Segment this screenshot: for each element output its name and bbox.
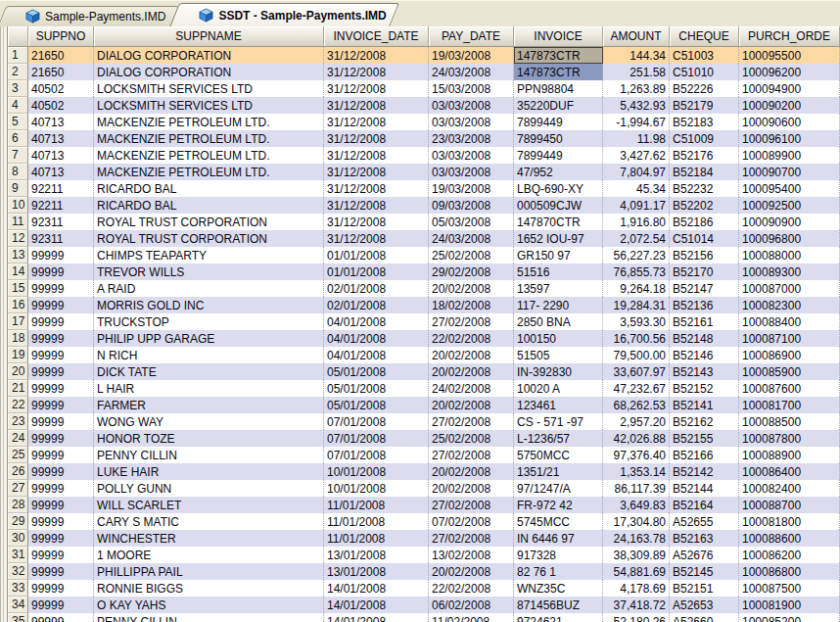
cell-cheque[interactable]: B52176: [670, 147, 739, 164]
column-header-suppname[interactable]: SUPPNAME: [94, 26, 324, 47]
cell-suppno[interactable]: 92211: [28, 180, 94, 197]
cell-suppname[interactable]: LUKE HAIR: [94, 463, 324, 480]
cell-purch-orde[interactable]: 100081900: [739, 597, 840, 613]
row-number-cell[interactable]: 3: [8, 80, 28, 97]
table-row[interactable]: 21 99999 L HAIR 05/01/2008 24/02/2008 10…: [8, 380, 840, 397]
cell-suppname[interactable]: PENNY CILLIN: [94, 447, 324, 463]
cell-invoice-date[interactable]: 01/01/2008: [324, 247, 429, 263]
cell-pay-date[interactable]: 27/02/2008: [429, 447, 514, 463]
table-row[interactable]: 8 40713 MACKENZIE PETROLEUM LTD. 31/12/2…: [8, 164, 840, 180]
cell-invoice[interactable]: 100150: [514, 330, 603, 347]
cell-amount[interactable]: 47,232.67: [603, 380, 670, 397]
cell-purch-orde[interactable]: 100090200: [739, 97, 840, 114]
cell-invoice[interactable]: FR-972 42: [514, 497, 603, 513]
cell-amount[interactable]: 2,072.54: [603, 230, 670, 247]
cell-pay-date[interactable]: 18/02/2008: [429, 297, 514, 313]
table-row[interactable]: 6 40713 MACKENZIE PETROLEUM LTD. 31/12/2…: [8, 130, 840, 147]
cell-cheque[interactable]: A52655: [670, 513, 739, 530]
cell-invoice-date[interactable]: 14/01/2008: [324, 580, 429, 597]
cell-suppno[interactable]: 92311: [28, 230, 94, 247]
cell-invoice[interactable]: 51505: [514, 347, 603, 363]
row-number-cell[interactable]: 20: [8, 363, 28, 380]
cell-invoice[interactable]: 917328: [514, 547, 603, 563]
cell-purch-orde[interactable]: 100086200: [739, 547, 840, 563]
cell-cheque[interactable]: B52161: [670, 313, 739, 330]
cell-suppno[interactable]: 40713: [28, 164, 94, 180]
cell-purch-orde[interactable]: 100090700: [739, 164, 840, 180]
row-number-cell[interactable]: 13: [8, 247, 28, 263]
cell-invoice[interactable]: L-1236/57: [514, 430, 603, 447]
cell-invoice[interactable]: PPN98804: [514, 80, 603, 97]
cell-purch-orde[interactable]: 100085200: [739, 613, 840, 622]
cell-suppname[interactable]: O KAY YAHS: [94, 597, 324, 613]
cell-invoice-date[interactable]: 31/12/2008: [324, 130, 429, 147]
cell-invoice[interactable]: 1351/21: [514, 463, 603, 480]
row-number-cell[interactable]: 12: [8, 230, 28, 247]
cell-pay-date[interactable]: 27/02/2008: [429, 497, 514, 513]
cell-suppno[interactable]: 99999: [28, 547, 94, 563]
cell-purch-orde[interactable]: 100087000: [739, 280, 840, 297]
cell-cheque[interactable]: B52147: [670, 280, 739, 297]
table-row[interactable]: 16 99999 MORRIS GOLD INC 02/01/2008 18/0…: [8, 297, 840, 313]
cell-suppno[interactable]: 99999: [28, 263, 94, 280]
cell-invoice[interactable]: 7899449: [514, 114, 603, 130]
cell-pay-date[interactable]: 23/03/2008: [429, 130, 514, 147]
cell-invoice-date[interactable]: 31/12/2008: [324, 197, 429, 214]
table-row[interactable]: 22 99999 FARMER 05/01/2008 20/02/2008 12…: [8, 397, 840, 413]
column-header-cheque[interactable]: CHEQUE: [670, 26, 739, 47]
row-number-cell[interactable]: 5: [8, 114, 28, 130]
cell-cheque[interactable]: A52660: [670, 613, 739, 622]
cell-suppno[interactable]: 99999: [28, 297, 94, 313]
row-number-cell[interactable]: 17: [8, 313, 28, 330]
column-header-suppno[interactable]: SUPPNO: [28, 26, 94, 47]
cell-amount[interactable]: 4,178.69: [603, 580, 670, 597]
row-number-cell[interactable]: 16: [8, 297, 28, 313]
table-row[interactable]: 20 99999 DICK TATE 05/01/2008 20/02/2008…: [8, 363, 840, 380]
table-row[interactable]: 27 99999 POLLY GUNN 10/01/2008 20/02/200…: [8, 480, 840, 497]
row-number-cell[interactable]: 10: [8, 197, 28, 214]
table-row[interactable]: 32 99999 PHILLIPPA PAIL 13/01/2008 20/02…: [8, 563, 840, 580]
table-row[interactable]: 35 99999 PENNY CILLIN 14/01/2008 11/02/2…: [8, 613, 840, 622]
row-number-cell[interactable]: 21: [8, 380, 28, 397]
table-row[interactable]: 31 99999 1 MOORE 13/01/2008 13/02/2008 9…: [8, 547, 840, 563]
cell-pay-date[interactable]: 03/03/2008: [429, 114, 514, 130]
cell-suppname[interactable]: 1 MOORE: [94, 547, 324, 563]
cell-amount[interactable]: 42,026.88: [603, 430, 670, 447]
cell-amount[interactable]: 68,262.53: [603, 397, 670, 413]
cell-invoice-date[interactable]: 31/12/2008: [324, 97, 429, 114]
cell-invoice-date[interactable]: 31/12/2008: [324, 147, 429, 164]
table-row[interactable]: 11 92311 ROYAL TRUST CORPORATION 31/12/2…: [8, 214, 840, 230]
cell-suppno[interactable]: 99999: [28, 513, 94, 530]
cell-invoice-date[interactable]: 31/12/2008: [324, 114, 429, 130]
table-row[interactable]: 7 40713 MACKENZIE PETROLEUM LTD. 31/12/2…: [8, 147, 840, 164]
cell-invoice[interactable]: 147870CTR: [514, 214, 603, 230]
cell-suppname[interactable]: TRUCKSTOP: [94, 313, 324, 330]
cell-purch-orde[interactable]: 100088000: [739, 247, 840, 263]
cell-suppno[interactable]: 99999: [28, 563, 94, 580]
select-all-corner[interactable]: [8, 26, 28, 47]
row-number-cell[interactable]: 2: [8, 64, 28, 80]
table-row[interactable]: 15 99999 A RAID 02/01/2008 20/02/2008 13…: [8, 280, 840, 297]
cell-suppno[interactable]: 92211: [28, 197, 94, 214]
cell-invoice[interactable]: LBQ-690-XY: [514, 180, 603, 197]
cell-pay-date[interactable]: 22/02/2008: [429, 330, 514, 347]
cell-pay-date[interactable]: 20/02/2008: [429, 480, 514, 497]
table-row[interactable]: 5 40713 MACKENZIE PETROLEUM LTD. 31/12/2…: [8, 114, 840, 130]
row-number-cell[interactable]: 27: [8, 480, 28, 497]
table-row[interactable]: 13 99999 CHIMPS TEAPARTY 01/01/2008 25/0…: [8, 247, 840, 263]
cell-invoice-date[interactable]: 04/01/2008: [324, 330, 429, 347]
cell-invoice-date[interactable]: 31/12/2008: [324, 47, 429, 64]
row-number-cell[interactable]: 8: [8, 164, 28, 180]
cell-amount[interactable]: 33,607.97: [603, 363, 670, 380]
cell-pay-date[interactable]: 20/02/2008: [429, 363, 514, 380]
cell-amount[interactable]: 16,700.56: [603, 330, 670, 347]
cell-invoice-date[interactable]: 10/01/2008: [324, 463, 429, 480]
cell-invoice-date[interactable]: 02/01/2008: [324, 280, 429, 297]
cell-purch-orde[interactable]: 100086400: [739, 463, 840, 480]
cell-suppno[interactable]: 40713: [28, 130, 94, 147]
cell-cheque[interactable]: B52144: [670, 480, 739, 497]
cell-suppno[interactable]: 99999: [28, 363, 94, 380]
cell-invoice-date[interactable]: 31/12/2008: [324, 80, 429, 97]
cell-cheque[interactable]: B52163: [670, 530, 739, 547]
cell-suppname[interactable]: HONOR TOZE: [94, 430, 324, 447]
